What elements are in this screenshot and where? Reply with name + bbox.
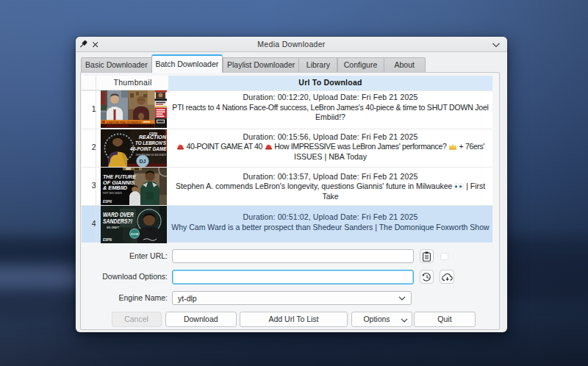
svg-text:DJ: DJ — [139, 159, 146, 164]
svg-text:40-POINT GAME: 40-POINT GAME — [129, 146, 167, 152]
svg-text:SANDERS?!: SANDERS?! — [103, 217, 132, 224]
svg-text:DOM: DOM — [130, 232, 138, 235]
svg-text:ESPN: ESPN — [103, 238, 112, 242]
svg-text:FIRST TAKE DEBATE: FIRST TAKE DEBATE — [103, 192, 122, 195]
svg-text:& EMBIID: & EMBIID — [103, 184, 127, 191]
svg-text:NFL DRAFT: NFL DRAFT — [107, 225, 119, 229]
svg-text:4 NATIONS FINAL SCENARIOS: 4 NATIONS FINAL SCENARIOS — [107, 121, 141, 124]
svg-text:ESPN: ESPN — [103, 199, 112, 203]
